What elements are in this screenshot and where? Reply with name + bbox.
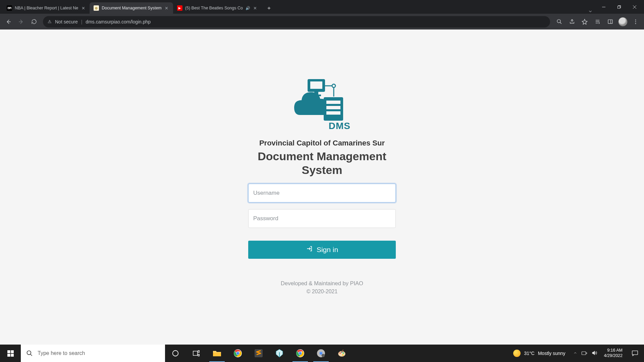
svg-point-13: [635, 23, 636, 24]
taskbar-search[interactable]: Type here to search: [21, 345, 165, 362]
svg-rect-1: [618, 6, 620, 8]
paint-icon[interactable]: [331, 345, 352, 362]
explorer-icon[interactable]: [207, 345, 227, 362]
signin-label: Sign in: [317, 246, 338, 254]
svg-rect-33: [198, 351, 200, 353]
tray-chevron-icon[interactable]: [573, 351, 577, 356]
chrome-icon[interactable]: [227, 345, 248, 362]
new-tab-button[interactable]: ＋: [264, 3, 274, 13]
close-window-button[interactable]: [627, 2, 642, 12]
tab-label: Document Management System: [102, 6, 162, 10]
svg-rect-56: [582, 352, 586, 355]
signin-button[interactable]: Sign in: [248, 241, 396, 259]
tab-dms[interactable]: ◎ Document Management System ✕: [90, 2, 173, 14]
action-center-icon[interactable]: [626, 350, 644, 356]
menu-icon[interactable]: [630, 16, 641, 27]
svg-point-54: [342, 354, 343, 356]
back-button[interactable]: [3, 16, 14, 27]
close-icon[interactable]: ✕: [164, 6, 169, 10]
favicon-youtube-icon: ▶: [177, 5, 182, 11]
signin-icon: [306, 245, 313, 254]
svg-rect-40: [255, 349, 263, 357]
search-placeholder: Type here to search: [38, 350, 85, 356]
profile-avatar[interactable]: [617, 16, 629, 27]
chrome-2-icon[interactable]: [290, 345, 311, 362]
username-input[interactable]: [248, 184, 396, 202]
page-title: Document Management System: [248, 149, 396, 177]
svg-rect-17: [312, 95, 321, 96]
favicon-dms-icon: ◎: [94, 5, 99, 11]
svg-point-20: [332, 84, 335, 87]
dms-logo: DMS: [293, 73, 351, 130]
svg-line-5: [560, 22, 561, 24]
svg-point-51: [339, 352, 341, 354]
taskbar-apps: [165, 345, 352, 362]
address-bar[interactable]: ⚠ Not secure | dms.camsurpiao.com/login.…: [43, 16, 550, 27]
volume-icon[interactable]: [591, 350, 597, 357]
tab-youtube[interactable]: ▶ (5) Best The Beatles Songs Co 🔊 ✕: [173, 2, 262, 14]
tab-search-button[interactable]: [584, 9, 596, 14]
maximize-button[interactable]: [612, 2, 627, 12]
audio-playing-icon[interactable]: 🔊: [246, 6, 250, 10]
svg-point-4: [557, 19, 560, 23]
svg-rect-9: [608, 20, 612, 23]
task-view-icon[interactable]: [186, 345, 207, 362]
svg-rect-35: [213, 353, 221, 356]
security-label: Not secure: [55, 19, 78, 24]
favicon-br-icon: BR: [7, 5, 12, 11]
share-icon[interactable]: [566, 16, 578, 27]
svg-point-11: [635, 19, 636, 20]
svg-line-30: [31, 354, 32, 356]
svg-rect-27: [7, 354, 10, 357]
side-panel-icon[interactable]: [604, 16, 616, 27]
svg-rect-23: [326, 106, 340, 109]
cortana-icon[interactable]: [165, 345, 186, 362]
window-controls: [596, 0, 644, 14]
minimize-button[interactable]: [596, 2, 611, 12]
browser-tabstrip: BR NBA | Bleacher Report | Latest Ne ✕ ◎…: [0, 0, 644, 14]
separator: |: [81, 19, 83, 24]
not-secure-icon: ⚠: [48, 19, 52, 24]
weather-widget[interactable]: 31°C Mostly sunny: [513, 350, 570, 357]
start-button[interactable]: [0, 345, 21, 362]
chrome-canary-icon[interactable]: [311, 345, 331, 362]
reload-button[interactable]: [28, 16, 40, 27]
svg-point-39: [237, 352, 239, 355]
svg-rect-32: [193, 351, 198, 356]
clock-date: 4/29/2022: [604, 353, 623, 359]
logo-label: DMS: [329, 121, 351, 131]
weather-desc: Mostly sunny: [538, 351, 566, 356]
search-icon: [26, 350, 33, 357]
forward-button[interactable]: [15, 16, 27, 27]
bookmark-icon[interactable]: [579, 16, 590, 27]
footer-developer: Developed & Maintained by PIAO: [248, 280, 396, 287]
reading-list-icon[interactable]: [592, 16, 603, 27]
tab-bleacher-report[interactable]: BR NBA | Bleacher Report | Latest Ne ✕: [3, 2, 90, 14]
footer-copyright: © 2020-2021: [248, 289, 396, 295]
svg-rect-57: [632, 351, 638, 355]
system-tray: [570, 350, 600, 357]
tab-label: NBA | Bleacher Report | Latest Ne: [15, 6, 78, 10]
svg-point-44: [299, 352, 302, 355]
password-input[interactable]: [248, 209, 396, 228]
svg-rect-34: [198, 354, 200, 356]
svg-point-31: [173, 351, 178, 356]
sun-icon: [513, 350, 521, 357]
close-icon[interactable]: ✕: [81, 6, 86, 10]
close-icon[interactable]: ✕: [253, 6, 258, 10]
zoom-icon[interactable]: [553, 16, 565, 27]
windows-taskbar: Type here to search: [0, 345, 644, 362]
svg-point-49: [322, 354, 325, 357]
svg-rect-24: [326, 111, 340, 115]
tab-label: (5) Best The Beatles Songs Co: [185, 6, 243, 10]
app-icon[interactable]: [269, 345, 290, 362]
svg-point-29: [27, 351, 31, 355]
svg-point-48: [320, 352, 322, 355]
svg-rect-25: [7, 350, 10, 353]
svg-rect-22: [326, 101, 340, 104]
taskbar-clock[interactable]: 9:16 AM 4/29/2022: [600, 348, 626, 358]
sublime-icon[interactable]: [248, 345, 269, 362]
browser-toolbar: ⚠ Not secure | dms.camsurpiao.com/login.…: [0, 14, 644, 29]
network-icon[interactable]: [581, 351, 587, 356]
page-content: DMS Provincial Capitol of Camarines Sur …: [0, 29, 644, 345]
